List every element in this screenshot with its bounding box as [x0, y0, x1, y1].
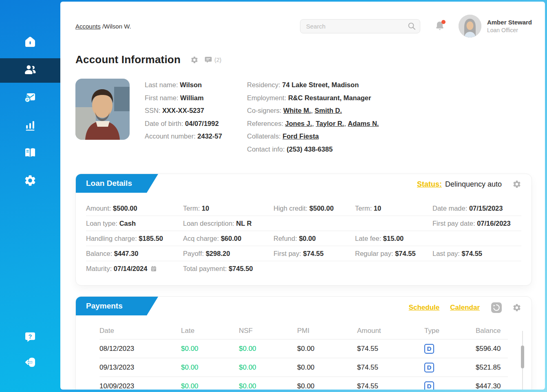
loan-detail-cell: First pay: $74.55 — [274, 250, 355, 258]
field-label: Account number: — [145, 132, 197, 140]
sidebar-item-reports[interactable] — [0, 114, 60, 138]
payment-cell-balance: $447.30 — [476, 382, 508, 390]
related-record-link[interactable]: Ford Fiesta — [282, 132, 319, 140]
title-row: Account Information (2) — [75, 53, 532, 66]
payment-row[interactable]: 10/09/2023$0.00$0.00$0.00$74.55D$447.30 — [99, 377, 508, 390]
notification-bell[interactable] — [435, 21, 445, 31]
sidebar-item-home[interactable] — [0, 31, 60, 55]
status-link[interactable]: Status: — [417, 180, 442, 189]
field-value: William — [180, 94, 204, 101]
field-label: Loan type: — [86, 220, 117, 227]
loan-detail-cell: Term: 10 — [183, 205, 274, 212]
field-label: Loan description: — [183, 220, 234, 227]
loan-settings-gear-icon[interactable] — [512, 180, 521, 189]
field-value: $15.00 — [383, 235, 404, 242]
payment-cell-date: 08/12/2023 — [99, 345, 181, 353]
sidebar-item-logout[interactable] — [0, 352, 60, 374]
related-record-link[interactable]: White M. — [283, 107, 311, 114]
sidebar-item-help[interactable]: ? — [0, 327, 60, 349]
field-value: $74.55 — [303, 250, 323, 257]
loan-detail-cell: Loan description: NL R — [183, 220, 274, 227]
payment-cell-date: 10/09/2023 — [99, 382, 181, 390]
payment-cell-pmi: $0.00 — [297, 382, 357, 390]
field-label: High credit: — [274, 205, 307, 212]
payment-cell-type: D — [424, 363, 476, 372]
payment-type-badge[interactable]: D — [424, 381, 434, 390]
related-record-link[interactable]: Adams N. — [348, 120, 379, 127]
loan-detail-cell: Late fee: $15.00 — [355, 235, 432, 242]
field-label: First pay: — [274, 250, 301, 257]
field-label: SSN: — [145, 107, 162, 114]
field-value: $500.00 — [113, 205, 137, 212]
loan-detail-row: Handling charge: $185.50Acq charge: $60.… — [86, 231, 521, 246]
account-field: Contact info: (253) 438-6385 — [247, 143, 379, 156]
profile-menu[interactable]: Amber Steward Loan Officer — [459, 15, 532, 37]
related-record-link[interactable]: Taylor R. — [316, 120, 344, 127]
account-field: Date of birth: 04/07/1992 — [145, 117, 247, 130]
account-fields-left: Last name: WilsonFirst name: WilliamSSN:… — [145, 79, 247, 156]
related-record-link[interactable]: Smith D. — [315, 107, 342, 114]
field-label: Regular pay: — [355, 250, 393, 257]
field-label: References: — [247, 120, 285, 127]
column-header-amount: Amount — [357, 327, 424, 335]
sidebar-item-ledger[interactable] — [0, 141, 60, 166]
sidebar-item-settings[interactable] — [0, 169, 60, 194]
schedule-link[interactable]: Schedule — [409, 304, 440, 312]
breadcrumb-accounts-link[interactable]: Accounts — [75, 23, 101, 30]
account-settings-gear-icon[interactable] — [190, 56, 199, 64]
related-record-link[interactable]: Jones J. — [285, 120, 312, 127]
scrollbar-thumb[interactable] — [521, 346, 524, 368]
payment-type-badge[interactable]: D — [424, 344, 434, 354]
settings-icon — [24, 174, 37, 189]
payment-row[interactable]: 08/12/2023$0.00$0.00$0.00$74.55D$596.40 — [99, 339, 508, 358]
payment-cell-late: $0.00 — [181, 345, 239, 353]
column-header-type: Type — [424, 327, 476, 335]
comments-icon[interactable] — [204, 56, 212, 64]
field-value: (253) 438-6385 — [287, 145, 333, 153]
payments-table-body: 08/12/2023$0.00$0.00$0.00$74.55D$596.400… — [99, 339, 508, 390]
account-field: References: Jones J., Taylor R., Adams N… — [247, 117, 379, 130]
loan-status-row: Status: Delinquency auto — [417, 174, 532, 189]
field-value: 07/16/2023 — [477, 220, 511, 227]
loan-detail-cell: Date made: 07/15/2023 — [432, 205, 521, 212]
payment-type-badge[interactable]: D — [424, 363, 434, 372]
field-value: $74.55 — [395, 250, 415, 257]
sidebar-item-clients[interactable] — [0, 58, 60, 83]
field-value: 07/14/2024 — [114, 265, 148, 272]
loan-detail-row: Maturity: 07/14/2024Total payment: $745.… — [86, 261, 521, 276]
loan-details-card: Loan Details Status: Delinquency auto Am… — [75, 174, 532, 286]
maturity-calendar-icon[interactable] — [150, 265, 157, 272]
payments-card: Payments Schedule Calendar DateLateNSFPM… — [75, 296, 532, 390]
payments-table: DateLateNSFPMIAmountTypeBalance 08/12/20… — [99, 323, 508, 390]
field-value: $74.55 — [462, 250, 482, 257]
payment-cell-amount: $74.55 — [357, 363, 424, 372]
loan-detail-cell: Payoff: $298.20 — [183, 250, 274, 258]
loan-detail-cell: Last pay: $74.55 — [432, 250, 521, 258]
sidebar-item-messages[interactable] — [0, 86, 60, 110]
field-value: 10 — [202, 205, 209, 212]
payment-cell-type: D — [424, 381, 476, 390]
payment-cell-date: 09/13/2023 — [99, 363, 181, 372]
messages-icon — [24, 91, 37, 106]
column-header-date: Date — [99, 327, 181, 335]
account-field: Last name: Wilson — [145, 79, 247, 92]
payment-cell-pmi: $0.00 — [297, 363, 357, 372]
field-value: Wilson — [180, 81, 202, 88]
history-icon[interactable] — [491, 302, 502, 313]
loan-detail-cell: Total payment: $745.50 — [183, 265, 274, 273]
reports-icon — [24, 119, 37, 133]
payment-row[interactable]: 09/13/2023$0.00$0.00$0.00$74.55D$521.85 — [99, 358, 508, 377]
field-value: XXX-XX-5237 — [162, 107, 204, 114]
payments-settings-gear-icon[interactable] — [512, 303, 521, 312]
loan-detail-cell: Handling charge: $185.50 — [86, 235, 183, 242]
breadcrumb-current: /Wilson W. — [102, 23, 131, 30]
logout-icon — [24, 356, 37, 370]
loan-detail-cell: Regular pay: $74.55 — [355, 250, 432, 258]
payment-cell-nsf: $0.00 — [239, 382, 297, 390]
payment-cell-nsf: $0.00 — [239, 363, 297, 372]
calendar-link[interactable]: Calendar — [450, 304, 480, 312]
field-label: First pay date: — [432, 220, 475, 227]
search-input[interactable] — [300, 19, 420, 33]
payments-table-header: DateLateNSFPMIAmountTypeBalance — [99, 323, 508, 339]
topbar: Accounts /Wilson W. — [75, 14, 532, 38]
